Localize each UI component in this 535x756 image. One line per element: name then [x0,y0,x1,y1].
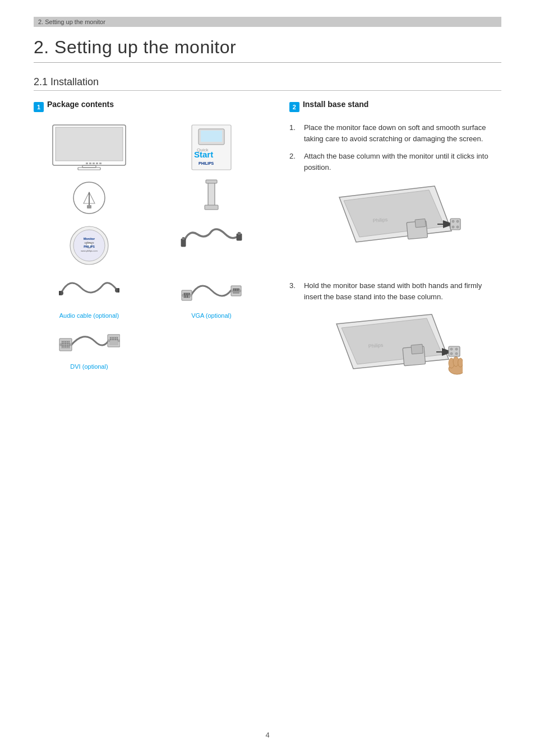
dvi-label: DVI (optional) [70,363,108,370]
package-item-stand [156,178,267,217]
svg-rect-81 [112,337,113,338]
step2-heading-row: 2 Install base stand [289,100,501,114]
svg-rect-20 [205,205,218,210]
svg-point-113 [458,358,463,367]
svg-point-76 [59,344,62,346]
svg-text:PHILIPS: PHILIPS [199,161,214,165]
package-item-power-cable [156,223,267,268]
page-container: 2. Setting up the monitor 2. Setting up … [0,0,535,756]
svg-rect-89 [117,339,118,340]
svg-rect-62 [63,343,64,344]
step-num-2: 2. [289,151,299,173]
page-number: 4 [265,731,269,739]
svg-rect-31 [238,232,241,235]
svg-text:PHILIPS: PHILIPS [84,245,95,248]
monitor-illus [50,122,128,173]
svg-rect-64 [67,343,68,344]
svg-rect-98 [450,219,460,230]
svg-point-116 [455,348,458,350]
svg-rect-63 [65,343,66,344]
svg-point-45 [190,294,192,296]
svg-rect-38 [184,293,185,295]
stand-illustration-1: Philips [289,180,501,270]
svg-rect-114 [449,346,460,356]
svg-rect-95 [415,219,426,228]
step-num-1: 1. [289,122,299,144]
package-item-screwdriver [34,178,145,217]
svg-text:Start: Start [194,150,213,159]
step-text-3: Hold the monitor base stand with both ha… [304,280,501,302]
svg-rect-43 [187,295,188,298]
svg-rect-58 [65,341,66,342]
svg-rect-84 [117,337,118,338]
svg-rect-39 [186,293,187,295]
svg-rect-1 [56,127,123,161]
svg-rect-86 [112,339,113,340]
svg-rect-72 [63,346,64,347]
svg-rect-75 [68,346,70,347]
svg-rect-88 [115,339,116,340]
svg-rect-33 [59,291,61,295]
audio-cable-label: Audio cable (optional) [59,312,119,319]
svg-point-52 [231,290,233,292]
cd-illus: Monitor software PHILIPS www.philips.com [67,223,112,268]
instruction-step-2: 2. Attach the base column with the monit… [289,151,501,173]
svg-rect-28 [181,239,186,247]
svg-rect-35 [118,288,119,293]
svg-point-77 [70,344,72,346]
svg-rect-71 [62,346,63,347]
step1-heading: Package contents [47,100,114,109]
instruction-steps: 1. Place the monitor face down on soft a… [289,122,501,173]
svg-rect-3 [78,168,100,170]
svg-rect-67 [63,345,64,346]
svg-rect-66 [62,345,63,346]
dvi-cable-illus [58,324,120,361]
screwdriver-illus [70,178,109,217]
step2-badge: 2 [289,102,299,112]
svg-rect-40 [187,293,188,295]
svg-rect-17 [87,205,91,208]
step-text-1: Place the monitor face down on soft and … [304,122,501,144]
svg-rect-70 [68,345,70,346]
svg-point-91 [118,340,120,342]
svg-point-99 [452,220,454,222]
vga-cable-illus [181,273,242,310]
svg-point-44 [182,294,184,296]
svg-text:software: software [84,242,94,244]
package-grid: Quick Start PHILIPS [34,122,267,370]
svg-rect-49 [235,289,236,291]
svg-rect-73 [65,346,66,347]
svg-rect-7 [96,163,98,164]
quickstart-illus: Quick Start PHILIPS [186,122,237,173]
svg-rect-87 [113,339,114,340]
instruction-step-3: 3. Hold the monitor base stand with both… [289,280,501,302]
svg-rect-48 [233,289,234,291]
svg-rect-60 [68,341,70,342]
package-item-audio-cable: Audio cable (optional) [34,273,145,319]
page-title: 2. Setting up the monitor [34,37,501,63]
left-column: 1 Package contents [34,100,267,407]
package-item-monitor [34,122,145,173]
svg-rect-57 [63,341,64,342]
svg-rect-6 [93,163,95,164]
stand-illus-small [200,178,223,217]
step2-heading: Install base stand [303,100,368,109]
svg-point-117 [450,353,453,355]
svg-rect-65 [68,343,70,344]
svg-rect-56 [62,341,63,342]
step1-heading-row: 1 Package contents [34,100,267,114]
svg-rect-80 [110,337,111,338]
instruction-step-1: 1. Place the monitor face down on soft a… [289,122,501,144]
svg-rect-29 [182,237,185,240]
stand-illustration-2: Philips [289,310,501,397]
audio-cable-illus [58,273,120,310]
svg-rect-19 [206,180,217,183]
svg-rect-50 [237,289,238,291]
svg-rect-59 [67,341,68,342]
package-item-vga-cable: VGA (optional) [156,273,267,319]
vga-label: VGA (optional) [191,312,232,319]
power-cable-illus [181,223,242,259]
svg-rect-42 [185,295,186,298]
svg-rect-4 [86,163,88,164]
instruction-steps-2: 3. Hold the monitor base stand with both… [289,280,501,302]
